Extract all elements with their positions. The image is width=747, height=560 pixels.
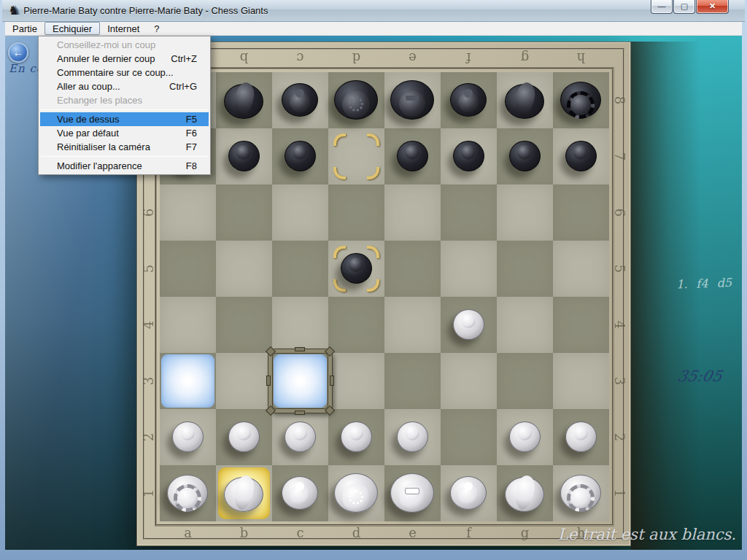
menu-item-shortcut: F8	[186, 159, 197, 173]
gold-corner-chevron	[333, 167, 346, 179]
piece-white-bishop-c1[interactable]	[272, 465, 328, 521]
piece-white-queen-d1[interactable]	[328, 465, 384, 521]
bishop-tip	[464, 482, 473, 491]
piece-black-bishop-c8[interactable]	[272, 72, 328, 128]
square-f3[interactable]	[441, 353, 497, 409]
square-c5[interactable]	[272, 241, 328, 297]
square-f6[interactable]	[441, 184, 497, 241]
piece-head	[349, 426, 363, 440]
square-c4[interactable]	[272, 297, 328, 353]
minimize-button[interactable]: —	[651, 0, 673, 14]
menu-item-partie[interactable]: Partie	[5, 22, 44, 35]
menu-item-shortcut: F5	[186, 112, 197, 126]
piece-head	[293, 145, 307, 160]
square-e3[interactable]	[384, 353, 441, 409]
hover-frame-c3	[268, 349, 332, 413]
square-a6[interactable]	[160, 184, 216, 241]
square-a5[interactable]	[160, 241, 216, 297]
piece-white-pawn-f4[interactable]	[441, 297, 497, 353]
piece-head	[517, 426, 532, 440]
square-f5[interactable]	[441, 241, 497, 297]
piece-head	[512, 474, 537, 511]
piece-white-knight-b1[interactable]	[216, 465, 272, 521]
menu-item-vue-de-dessus[interactable]: Vue de dessusF5	[40, 112, 209, 126]
menu-item-vue-par-defaut[interactable]: Vue par défautF6	[40, 126, 209, 140]
piece-black-queen-d8[interactable]	[328, 72, 384, 128]
maximize-button[interactable]: ▢	[673, 0, 695, 14]
piece-white-pawn-h2[interactable]	[553, 409, 609, 465]
square-b6[interactable]	[216, 184, 272, 241]
square-b3[interactable]	[216, 353, 272, 409]
piece-black-pawn-c7[interactable]	[272, 128, 328, 184]
menu-item-commentaire-sur-ce-coup[interactable]: Commentaire sur ce coup...	[40, 66, 209, 79]
piece-black-pawn-f7[interactable]	[441, 128, 497, 184]
menu-item-label: Echanger les places	[57, 93, 142, 107]
close-button[interactable]: ✕	[696, 0, 729, 14]
menu-item-label: Modifier l'apparence	[57, 159, 142, 173]
menu-item-annuler-le-dernier-coup[interactable]: Annuler le dernier coupCtrl+Z	[40, 52, 209, 66]
bishop-tip	[295, 482, 304, 491]
square-d6[interactable]	[328, 184, 384, 241]
piece-black-pawn-g7[interactable]	[497, 128, 553, 184]
piece-black-king-e8[interactable]	[384, 72, 441, 128]
piece-head	[231, 474, 256, 511]
menu-item-aller-au-coup[interactable]: Aller au coup...Ctrl+G	[40, 79, 209, 93]
piece-white-pawn-a2[interactable]	[160, 409, 216, 465]
piece-head-group	[441, 128, 497, 184]
piece-white-bishop-f1[interactable]	[441, 465, 497, 521]
square-d3[interactable]	[328, 353, 384, 409]
piece-white-pawn-c2[interactable]	[272, 409, 328, 465]
square-g6[interactable]	[497, 184, 553, 241]
square-e4[interactable]	[384, 297, 441, 353]
back-button[interactable]: ←	[8, 42, 28, 63]
piece-head-group	[272, 473, 328, 529]
legal-move-highlight-a3[interactable]	[161, 354, 214, 408]
piece-white-king-e1[interactable]	[384, 465, 441, 521]
square-b5[interactable]	[216, 241, 272, 297]
file-label-top-d: d	[328, 48, 384, 67]
bishop-tip	[295, 89, 304, 98]
piece-black-knight-g8[interactable]	[497, 72, 553, 128]
piece-black-pawn-h7[interactable]	[553, 128, 609, 184]
piece-white-knight-g1[interactable]	[497, 465, 553, 521]
piece-black-pawn-e7[interactable]	[384, 128, 441, 184]
piece-white-pawn-g2[interactable]	[497, 409, 553, 465]
piece-head	[405, 145, 419, 160]
piece-black-knight-b8[interactable]	[216, 72, 272, 128]
square-g4[interactable]	[497, 297, 553, 353]
piece-head	[517, 145, 532, 160]
square-b4[interactable]	[216, 297, 272, 353]
square-c6[interactable]	[272, 184, 328, 241]
square-h3[interactable]	[553, 353, 609, 409]
piece-black-bishop-f8[interactable]	[441, 72, 497, 128]
square-g5[interactable]	[497, 241, 553, 297]
menu-item-modifier-l-apparence[interactable]: Modifier l'apparenceF8	[40, 159, 209, 173]
square-e6[interactable]	[384, 184, 441, 241]
menu-item-echiquier[interactable]: Echiquier	[44, 22, 100, 35]
menu-item-shortcut: Ctrl+G	[169, 79, 197, 93]
piece-black-pawn-b7[interactable]	[216, 128, 272, 184]
piece-white-pawn-b2[interactable]	[216, 409, 272, 465]
square-e5[interactable]	[384, 241, 441, 297]
menu-item-item[interactable]: ?	[147, 22, 166, 35]
square-d4[interactable]	[328, 297, 384, 353]
menu-item-label: Aller au coup...	[57, 79, 120, 93]
square-g3[interactable]	[497, 353, 553, 409]
piece-black-rook-h8[interactable]	[553, 72, 609, 128]
piece-black-pawn-d5[interactable]	[328, 241, 384, 297]
piece-white-rook-a1[interactable]	[160, 465, 216, 521]
square-a4[interactable]	[160, 297, 216, 353]
menu-item-reinitialiser-la-camera[interactable]: Réinitialiser la caméraF7	[40, 140, 209, 154]
square-h6[interactable]	[553, 184, 609, 241]
piece-white-pawn-d2[interactable]	[328, 409, 384, 465]
rank-label-right-3: 3	[611, 353, 630, 409]
square-f2[interactable]	[441, 409, 497, 465]
piece-white-pawn-e2[interactable]	[384, 409, 441, 465]
square-h4[interactable]	[553, 297, 609, 353]
piece-white-rook-h1[interactable]	[553, 465, 609, 521]
menu-item-internet[interactable]: Internet	[100, 22, 147, 35]
square-h5[interactable]	[553, 241, 609, 297]
hover-frame-notch	[330, 376, 334, 386]
rank-label-right-2: 2	[611, 409, 630, 465]
rank-label-left-1: 1	[139, 465, 158, 521]
